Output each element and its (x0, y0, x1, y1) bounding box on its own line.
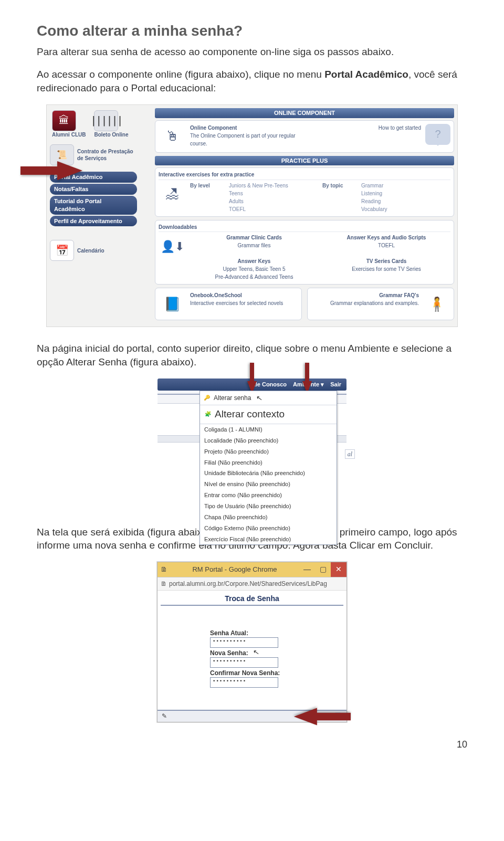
al-tag: al (345, 449, 355, 459)
context-icon: 🧩 (204, 411, 212, 418)
cursor-icon: ↖ (256, 393, 264, 404)
dr3[interactable]: TV Series Cards (366, 258, 407, 264)
oc-sub: The Online Component is part of your reg… (190, 133, 296, 146)
umbrella-icon: 🏖 (159, 182, 186, 207)
banner-online-component: ONLINE COMPONENT (155, 108, 454, 118)
calendar-label: Calendário (77, 247, 104, 255)
window-titlebar: 🗎 RM Portal - Google Chrome — ▢ ✕ (158, 562, 346, 577)
alterar-contexto-label: Alterar contexto (215, 407, 285, 421)
dl3[interactable]: Answer Keys (238, 258, 271, 264)
bytopic-3[interactable]: Vocabulary (361, 205, 450, 213)
url-bar[interactable]: 🗎 portal.alumni.org.br/Corpore.Net/Share… (158, 577, 346, 591)
top-sair[interactable]: Sair (330, 381, 341, 388)
popup-alterar-contexto[interactable]: 🧩 Alterar contexto (200, 405, 337, 424)
ctx-10[interactable]: Exercício Fiscal (Não preenchido) (200, 534, 337, 545)
input-confirm-senha[interactable]: •••••••••• (210, 677, 278, 688)
boleto-label: Boleto Online (94, 131, 128, 139)
ctx-9[interactable]: Código Externo (Não preenchido) (200, 523, 337, 534)
label-senha-atual: Senha Atual: (210, 629, 310, 637)
speech-icon[interactable]: ? (425, 124, 450, 145)
maximize-button[interactable]: ▢ (315, 562, 331, 577)
pp-head: Interactive exercises for extra practice (159, 171, 450, 180)
ambiente-menu-widget: Fale Conosco Ambiente ▾ Sair al 🔑 Altera… (158, 379, 346, 511)
boleto-icon[interactable]: |||||| (94, 110, 118, 131)
how-to[interactable]: How to get started (308, 124, 421, 149)
input-nova-senha[interactable]: •••••••••• (210, 657, 278, 668)
ctx-7[interactable]: Tipo de Usuário (Não preenchido) (200, 501, 337, 512)
dl1[interactable]: Grammar files (238, 243, 271, 248)
bylevel-1[interactable]: Teens (229, 190, 318, 197)
page-number: 10 (37, 738, 467, 751)
url-text: portal.alumni.org.br/Corpore.Net/SharedS… (169, 580, 327, 588)
dr4[interactable]: Exercises for some TV Series (352, 266, 421, 272)
page-title: Como alterar a minha senha? (37, 21, 467, 41)
sidebar-perfil[interactable]: Perfil de Aproveitamento (50, 216, 137, 227)
contrato-label: Contrato de Prestação de Serviços (77, 148, 135, 162)
download-icon: 👤⬇ (159, 234, 186, 259)
mouse-icon: 🖱 (159, 124, 186, 149)
para2-a: Ao acessar o componente online (figura a… (37, 69, 324, 80)
alumni-club-label: Alumni CLUB (52, 131, 86, 139)
ctx-4[interactable]: Unidade Bibliotecária (Não preenchido) (200, 468, 337, 479)
bylevel-3[interactable]: TOEFL (229, 205, 318, 213)
portal-panel: 🏛 Alumni CLUB |||||| Boleto Online 📜 Con… (46, 104, 458, 328)
ctx-1[interactable]: Localidade (Não preenchido) (200, 435, 337, 446)
bytopic-2[interactable]: Reading (361, 197, 450, 205)
page-icon: 🗎 (161, 580, 167, 588)
bytopic-0[interactable]: Grammar (361, 182, 450, 190)
chrome-window: 🗎 RM Portal - Google Chrome — ▢ ✕ 🗎 port… (157, 562, 347, 722)
faq-t[interactable]: Grammar FAQ's (379, 292, 419, 298)
dr1[interactable]: TOEFL (378, 243, 395, 248)
ctx-5[interactable]: Nível de ensino (Não preenchido) (200, 479, 337, 490)
down-head: Downloadables (159, 224, 450, 233)
para2-bold: Portal Acadêmico (324, 69, 408, 80)
red-arrow-icon (20, 160, 83, 181)
onebook-t[interactable]: Onebook.OneSchool (190, 292, 242, 298)
panel-right-col: ONLINE COMPONENT 🖱 Online Component The … (155, 108, 454, 324)
bytopic-1[interactable]: Listening (361, 190, 450, 197)
dr0[interactable]: Answer Keys and Audio Scripts (347, 235, 426, 240)
form-heading: Troca de Senha (161, 593, 343, 606)
dl5[interactable]: Pre-Advanced & Advanced Teens (215, 274, 293, 280)
key-icon: 🔑 (203, 394, 211, 402)
ctx-2[interactable]: Projeto (Não preenchido) (200, 446, 337, 457)
fig3-container: 🗎 RM Portal - Google Chrome — ▢ ✕ 🗎 port… (37, 562, 467, 722)
bylevel-2[interactable]: Adults (229, 197, 318, 205)
bylevel-label: By level (190, 182, 227, 190)
popup-alterar-senha[interactable]: 🔑 Alterar senha ↖ (200, 391, 337, 406)
calendar-icon[interactable]: 📅 (50, 240, 74, 261)
faq-s: Grammar explanations and examples. (330, 300, 419, 306)
ctx-8[interactable]: Chapa (Não preenchido) (200, 512, 337, 523)
ctx-6[interactable]: Entrar como (Não preenchido) (200, 490, 337, 501)
red-arrow-icon (236, 363, 268, 394)
ctx-3[interactable]: Filial (Não preenchido) (200, 457, 337, 468)
sidebar-tutorial[interactable]: Tutorial do Portal Acadêmico (50, 196, 137, 215)
card-onebook: 📘 Onebook.OneSchool Interactive exercise… (155, 288, 302, 320)
alumni-club-icon[interactable]: 🏛 (52, 110, 76, 131)
onebook-s: Interactive exercises for selected novel… (190, 300, 283, 306)
para2: Ao acessar o componente online (figura a… (37, 68, 467, 94)
card-downloadables: Downloadables 👤⬇ Grammar Clinic Cards Gr… (155, 220, 454, 285)
ctx-0[interactable]: Coligada (1 - ALUMNI) (200, 424, 337, 435)
svg-marker-1 (247, 363, 257, 394)
dl4[interactable]: Upper Teens, Basic Teen 5 (223, 266, 285, 272)
ambiente-popup: 🔑 Alterar senha ↖ 🧩 Alterar contexto Col… (200, 391, 337, 545)
card-practice: Interactive exercises for extra practice… (155, 167, 454, 217)
bylevel-0[interactable]: Juniors & New Pre-Teens (229, 182, 318, 190)
red-arrow-icon (291, 363, 323, 394)
book-icon: 📘 (159, 291, 186, 317)
sidebar-notas-faltas[interactable]: Notas/Faltas (50, 184, 137, 195)
window-title: RM Portal - Google Chrome (170, 565, 299, 574)
input-senha-atual[interactable]: •••••••••• (210, 637, 278, 648)
bytopic-label: By topic (322, 182, 359, 190)
card-online-comp: 🖱 Online Component The Online Component … (155, 120, 454, 153)
red-arrow-icon (293, 706, 351, 727)
password-form: Senha Atual: •••••••••• Nova Senha: ↖ ••… (158, 608, 346, 710)
banner-practice-plus: PRACTICE PLUS (155, 156, 454, 166)
dl0[interactable]: Grammar Clinic Cards (226, 235, 282, 240)
minimize-button[interactable]: — (299, 562, 315, 577)
intro-text: Para alterar sua senha de acesso ao comp… (37, 45, 467, 59)
faq-icon: 🧍 (423, 291, 450, 317)
close-button[interactable]: ✕ (331, 562, 346, 577)
panel-left-col: 🏛 Alumni CLUB |||||| Boleto Online 📜 Con… (50, 108, 150, 324)
